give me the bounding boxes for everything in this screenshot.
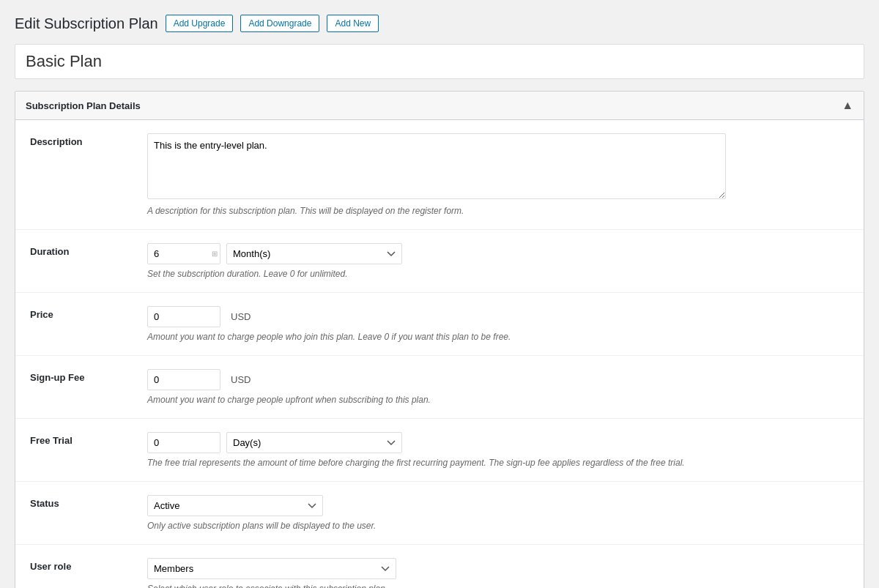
free-trial-field: Day(s) Week(s) Month(s) Year(s) The free… [147, 432, 849, 468]
duration-unit-select[interactable]: Day(s) Week(s) Month(s) Year(s) [226, 243, 402, 264]
description-textarea[interactable]: This is the entry-level plan. [147, 133, 726, 199]
page-title: Edit Subscription Plan [15, 15, 158, 32]
plan-name-input[interactable] [15, 44, 864, 79]
description-label: Description [30, 133, 147, 147]
add-upgrade-button[interactable]: Add Upgrade [166, 15, 234, 32]
free-trial-label: Free Trial [30, 432, 147, 446]
add-downgrade-button[interactable]: Add Downgrade [240, 15, 319, 32]
user-role-label: User role [30, 558, 147, 572]
duration-hint: Set the subscription duration. Leave 0 f… [147, 269, 849, 279]
price-label: Price [30, 306, 147, 320]
user-role-field: Members Subscriber Contributor Author Ed… [147, 558, 849, 588]
signup-fee-inline-group: USD [147, 369, 849, 390]
metabox-header: Subscription Plan Details ▲ [15, 92, 864, 120]
user-role-hint: Select which user role to associate with… [147, 584, 849, 588]
duration-number-wrap: ⊞ [147, 243, 220, 264]
user-role-row: User role Members Subscriber Contributor… [15, 545, 864, 588]
free-trial-unit-select[interactable]: Day(s) Week(s) Month(s) Year(s) [226, 432, 402, 453]
metabox-title: Subscription Plan Details [26, 100, 141, 111]
status-label: Status [30, 495, 147, 509]
description-field: This is the entry-level plan. A descript… [147, 133, 849, 216]
duration-field: ⊞ Day(s) Week(s) Month(s) Year(s) Set th… [147, 243, 849, 279]
price-row: Price USD Amount you want to charge peop… [15, 293, 864, 356]
signup-fee-row: Sign-up Fee USD Amount you want to charg… [15, 356, 864, 419]
price-hint: Amount you want to charge people who joi… [147, 332, 849, 342]
duration-number-input[interactable] [147, 243, 220, 264]
signup-fee-currency: USD [231, 374, 251, 385]
status-select[interactable]: Active Inactive [147, 495, 323, 516]
signup-fee-label: Sign-up Fee [30, 369, 147, 383]
signup-fee-field: USD Amount you want to charge people upf… [147, 369, 849, 405]
collapse-icon[interactable]: ▲ [842, 99, 853, 112]
duration-label: Duration [30, 243, 147, 257]
duration-inline-group: ⊞ Day(s) Week(s) Month(s) Year(s) [147, 243, 849, 264]
user-role-select[interactable]: Members Subscriber Contributor Author Ed… [147, 558, 396, 579]
description-row: Description This is the entry-level plan… [15, 120, 864, 230]
price-input[interactable] [147, 306, 220, 327]
description-hint: A description for this subscription plan… [147, 206, 849, 216]
status-row: Status Active Inactive Only active subsc… [15, 482, 864, 545]
subscription-plan-metabox: Subscription Plan Details ▲ Description … [15, 91, 864, 588]
duration-row: Duration ⊞ Day(s) Week(s) Month(s) Year(… [15, 230, 864, 293]
price-currency: USD [231, 311, 251, 322]
signup-fee-input[interactable] [147, 369, 220, 390]
free-trial-hint: The free trial represents the amount of … [147, 458, 849, 468]
metabox-body: Description This is the entry-level plan… [15, 120, 864, 588]
price-inline-group: USD [147, 306, 849, 327]
status-field: Active Inactive Only active subscription… [147, 495, 849, 531]
free-trial-inline-group: Day(s) Week(s) Month(s) Year(s) [147, 432, 849, 453]
page-header: Edit Subscription Plan Add Upgrade Add D… [15, 15, 864, 32]
free-trial-row: Free Trial Day(s) Week(s) Month(s) Year(… [15, 419, 864, 482]
status-hint: Only active subscription plans will be d… [147, 521, 849, 531]
signup-fee-hint: Amount you want to charge people upfront… [147, 395, 849, 405]
price-field: USD Amount you want to charge people who… [147, 306, 849, 342]
add-new-button[interactable]: Add New [327, 15, 379, 32]
free-trial-number-input[interactable] [147, 432, 220, 453]
